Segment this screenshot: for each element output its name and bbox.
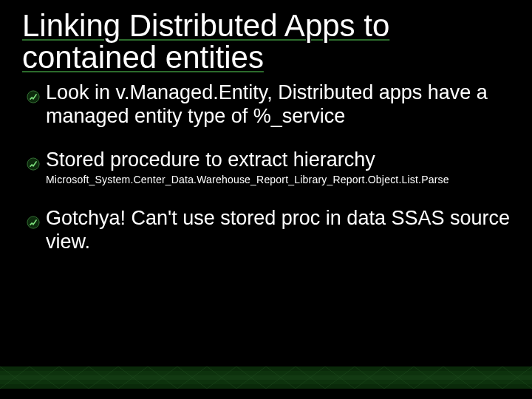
svg-line-25 <box>473 366 502 389</box>
svg-line-11 <box>59 366 89 389</box>
svg-line-34 <box>207 366 236 389</box>
bullet-item: Gotchya! Can't use stored proc in data S… <box>22 207 510 254</box>
svg-line-29 <box>59 366 89 389</box>
bullet-text: Stored procedure to extract hierarchy <box>46 149 375 171</box>
svg-line-15 <box>177 366 207 389</box>
svg-line-31 <box>118 366 148 389</box>
svg-line-22 <box>384 366 414 389</box>
svg-line-23 <box>414 366 443 389</box>
svg-line-12 <box>89 366 118 389</box>
bullet-subtext: Microsoft_System.Center_Data.Warehouse_R… <box>46 174 510 186</box>
svg-line-27 <box>0 366 30 389</box>
svg-line-35 <box>236 366 266 389</box>
svg-line-18 <box>266 366 296 389</box>
svg-line-43 <box>473 366 502 389</box>
svg-rect-5 <box>0 375 532 380</box>
svg-line-17 <box>236 366 266 389</box>
bullet-icon <box>27 211 40 235</box>
slide: Linking Distributed Apps to contained en… <box>0 0 532 399</box>
svg-line-16 <box>207 366 236 389</box>
svg-rect-3 <box>0 366 532 371</box>
svg-line-39 <box>355 366 384 389</box>
svg-line-36 <box>266 366 296 389</box>
svg-line-42 <box>443 366 473 389</box>
bullet-icon <box>27 153 40 177</box>
svg-line-13 <box>118 366 148 389</box>
svg-rect-8 <box>0 389 532 399</box>
bullet-list: Look in v.Managed.Entity, Distributed ap… <box>22 81 510 254</box>
svg-line-14 <box>148 366 177 389</box>
svg-line-32 <box>148 366 177 389</box>
footer-decoration <box>0 366 532 399</box>
bullet-text: Gotchya! Can't use stored proc in data S… <box>46 207 510 253</box>
svg-line-44 <box>502 366 532 389</box>
svg-line-30 <box>89 366 118 389</box>
svg-point-1 <box>27 158 39 170</box>
bullet-item: Stored procedure to extract hierarchy Mi… <box>22 149 510 186</box>
svg-line-38 <box>325 366 355 389</box>
svg-line-41 <box>414 366 443 389</box>
svg-line-37 <box>296 366 325 389</box>
svg-line-28 <box>30 366 59 389</box>
svg-line-33 <box>177 366 207 389</box>
svg-rect-4 <box>0 371 532 375</box>
svg-point-0 <box>27 91 39 103</box>
svg-point-2 <box>27 216 39 228</box>
bullet-icon <box>27 86 40 109</box>
bullet-item: Look in v.Managed.Entity, Distributed ap… <box>22 81 510 129</box>
svg-line-21 <box>355 366 384 389</box>
svg-line-24 <box>443 366 473 389</box>
svg-line-40 <box>384 366 414 389</box>
svg-rect-7 <box>0 384 532 389</box>
svg-line-9 <box>0 366 30 389</box>
svg-line-19 <box>296 366 325 389</box>
svg-line-10 <box>30 366 59 389</box>
svg-rect-6 <box>0 380 532 384</box>
svg-line-20 <box>325 366 355 389</box>
bullet-text: Look in v.Managed.Entity, Distributed ap… <box>46 81 488 127</box>
slide-title: Linking Distributed Apps to contained en… <box>22 10 510 74</box>
svg-line-26 <box>502 366 532 389</box>
